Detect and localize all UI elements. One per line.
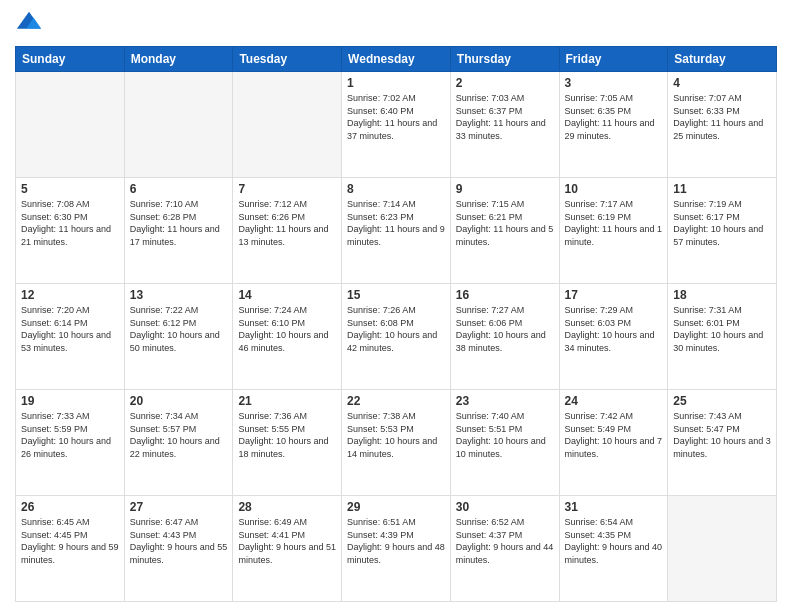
sunset-label: Sunset: 5:55 PM	[238, 424, 305, 434]
calendar-cell: 22Sunrise: 7:38 AMSunset: 5:53 PMDayligh…	[342, 390, 451, 496]
sunset-label: Sunset: 5:53 PM	[347, 424, 414, 434]
calendar-cell: 14Sunrise: 7:24 AMSunset: 6:10 PMDayligh…	[233, 284, 342, 390]
sunset-label: Sunset: 6:06 PM	[456, 318, 523, 328]
day-number: 9	[456, 182, 554, 196]
calendar-cell: 4Sunrise: 7:07 AMSunset: 6:33 PMDaylight…	[668, 72, 777, 178]
day-number: 31	[565, 500, 663, 514]
daylight-label: Daylight: 11 hours and 21 minutes.	[21, 224, 111, 247]
sunrise-label: Sunrise: 7:38 AM	[347, 411, 416, 421]
calendar-cell: 27Sunrise: 6:47 AMSunset: 4:43 PMDayligh…	[124, 496, 233, 602]
daylight-label: Daylight: 11 hours and 33 minutes.	[456, 118, 546, 141]
day-info: Sunrise: 7:29 AMSunset: 6:03 PMDaylight:…	[565, 304, 663, 354]
day-info: Sunrise: 7:33 AMSunset: 5:59 PMDaylight:…	[21, 410, 119, 460]
daylight-label: Daylight: 11 hours and 9 minutes.	[347, 224, 445, 247]
daylight-label: Daylight: 10 hours and 42 minutes.	[347, 330, 437, 353]
week-row-4: 26Sunrise: 6:45 AMSunset: 4:45 PMDayligh…	[16, 496, 777, 602]
sunset-label: Sunset: 5:59 PM	[21, 424, 88, 434]
calendar-cell: 12Sunrise: 7:20 AMSunset: 6:14 PMDayligh…	[16, 284, 125, 390]
day-info: Sunrise: 7:40 AMSunset: 5:51 PMDaylight:…	[456, 410, 554, 460]
sunset-label: Sunset: 6:08 PM	[347, 318, 414, 328]
sunrise-label: Sunrise: 7:19 AM	[673, 199, 742, 209]
sunset-label: Sunset: 6:23 PM	[347, 212, 414, 222]
calendar-cell	[668, 496, 777, 602]
calendar-cell: 21Sunrise: 7:36 AMSunset: 5:55 PMDayligh…	[233, 390, 342, 496]
sunrise-label: Sunrise: 7:33 AM	[21, 411, 90, 421]
daylight-label: Daylight: 10 hours and 3 minutes.	[673, 436, 771, 459]
daylight-label: Daylight: 9 hours and 59 minutes.	[21, 542, 119, 565]
day-header-wednesday: Wednesday	[342, 47, 451, 72]
day-info: Sunrise: 7:42 AMSunset: 5:49 PMDaylight:…	[565, 410, 663, 460]
sunset-label: Sunset: 6:30 PM	[21, 212, 88, 222]
daylight-label: Daylight: 11 hours and 25 minutes.	[673, 118, 763, 141]
sunrise-label: Sunrise: 7:20 AM	[21, 305, 90, 315]
sunrise-label: Sunrise: 7:07 AM	[673, 93, 742, 103]
day-info: Sunrise: 7:17 AMSunset: 6:19 PMDaylight:…	[565, 198, 663, 248]
sunset-label: Sunset: 4:41 PM	[238, 530, 305, 540]
sunset-label: Sunset: 6:26 PM	[238, 212, 305, 222]
day-info: Sunrise: 7:15 AMSunset: 6:21 PMDaylight:…	[456, 198, 554, 248]
day-number: 5	[21, 182, 119, 196]
day-number: 8	[347, 182, 445, 196]
day-number: 22	[347, 394, 445, 408]
sunset-label: Sunset: 6:12 PM	[130, 318, 197, 328]
calendar-cell: 10Sunrise: 7:17 AMSunset: 6:19 PMDayligh…	[559, 178, 668, 284]
daylight-label: Daylight: 10 hours and 50 minutes.	[130, 330, 220, 353]
daylight-label: Daylight: 10 hours and 18 minutes.	[238, 436, 328, 459]
daylight-label: Daylight: 11 hours and 13 minutes.	[238, 224, 328, 247]
sunset-label: Sunset: 4:37 PM	[456, 530, 523, 540]
daylight-label: Daylight: 9 hours and 51 minutes.	[238, 542, 336, 565]
day-info: Sunrise: 7:26 AMSunset: 6:08 PMDaylight:…	[347, 304, 445, 354]
day-info: Sunrise: 7:10 AMSunset: 6:28 PMDaylight:…	[130, 198, 228, 248]
week-row-1: 5Sunrise: 7:08 AMSunset: 6:30 PMDaylight…	[16, 178, 777, 284]
day-info: Sunrise: 7:38 AMSunset: 5:53 PMDaylight:…	[347, 410, 445, 460]
daylight-label: Daylight: 10 hours and 30 minutes.	[673, 330, 763, 353]
day-number: 18	[673, 288, 771, 302]
sunrise-label: Sunrise: 7:36 AM	[238, 411, 307, 421]
sunset-label: Sunset: 5:51 PM	[456, 424, 523, 434]
calendar-cell: 26Sunrise: 6:45 AMSunset: 4:45 PMDayligh…	[16, 496, 125, 602]
day-number: 28	[238, 500, 336, 514]
day-header-sunday: Sunday	[16, 47, 125, 72]
day-info: Sunrise: 7:05 AMSunset: 6:35 PMDaylight:…	[565, 92, 663, 142]
sunrise-label: Sunrise: 7:42 AM	[565, 411, 634, 421]
calendar-cell: 6Sunrise: 7:10 AMSunset: 6:28 PMDaylight…	[124, 178, 233, 284]
calendar-cell: 18Sunrise: 7:31 AMSunset: 6:01 PMDayligh…	[668, 284, 777, 390]
sunset-label: Sunset: 6:14 PM	[21, 318, 88, 328]
sunset-label: Sunset: 4:45 PM	[21, 530, 88, 540]
daylight-label: Daylight: 9 hours and 40 minutes.	[565, 542, 663, 565]
day-info: Sunrise: 7:02 AMSunset: 6:40 PMDaylight:…	[347, 92, 445, 142]
day-info: Sunrise: 6:45 AMSunset: 4:45 PMDaylight:…	[21, 516, 119, 566]
sunrise-label: Sunrise: 6:47 AM	[130, 517, 199, 527]
calendar-cell: 7Sunrise: 7:12 AMSunset: 6:26 PMDaylight…	[233, 178, 342, 284]
calendar-header-row: SundayMondayTuesdayWednesdayThursdayFrid…	[16, 47, 777, 72]
day-info: Sunrise: 6:52 AMSunset: 4:37 PMDaylight:…	[456, 516, 554, 566]
sunrise-label: Sunrise: 7:12 AM	[238, 199, 307, 209]
daylight-label: Daylight: 10 hours and 38 minutes.	[456, 330, 546, 353]
day-number: 4	[673, 76, 771, 90]
day-info: Sunrise: 7:08 AMSunset: 6:30 PMDaylight:…	[21, 198, 119, 248]
day-info: Sunrise: 6:49 AMSunset: 4:41 PMDaylight:…	[238, 516, 336, 566]
day-number: 17	[565, 288, 663, 302]
day-number: 24	[565, 394, 663, 408]
sunset-label: Sunset: 5:47 PM	[673, 424, 740, 434]
sunrise-label: Sunrise: 7:31 AM	[673, 305, 742, 315]
logo-icon	[15, 10, 43, 38]
sunrise-label: Sunrise: 6:45 AM	[21, 517, 90, 527]
sunrise-label: Sunrise: 7:26 AM	[347, 305, 416, 315]
calendar-cell	[233, 72, 342, 178]
day-info: Sunrise: 7:12 AMSunset: 6:26 PMDaylight:…	[238, 198, 336, 248]
calendar-cell: 20Sunrise: 7:34 AMSunset: 5:57 PMDayligh…	[124, 390, 233, 496]
day-number: 3	[565, 76, 663, 90]
day-header-saturday: Saturday	[668, 47, 777, 72]
day-header-monday: Monday	[124, 47, 233, 72]
calendar-cell: 15Sunrise: 7:26 AMSunset: 6:08 PMDayligh…	[342, 284, 451, 390]
calendar-body: 1Sunrise: 7:02 AMSunset: 6:40 PMDaylight…	[16, 72, 777, 602]
sunrise-label: Sunrise: 7:34 AM	[130, 411, 199, 421]
sunrise-label: Sunrise: 7:40 AM	[456, 411, 525, 421]
week-row-2: 12Sunrise: 7:20 AMSunset: 6:14 PMDayligh…	[16, 284, 777, 390]
calendar-cell: 2Sunrise: 7:03 AMSunset: 6:37 PMDaylight…	[450, 72, 559, 178]
day-number: 7	[238, 182, 336, 196]
day-number: 1	[347, 76, 445, 90]
sunrise-label: Sunrise: 7:43 AM	[673, 411, 742, 421]
daylight-label: Daylight: 10 hours and 26 minutes.	[21, 436, 111, 459]
